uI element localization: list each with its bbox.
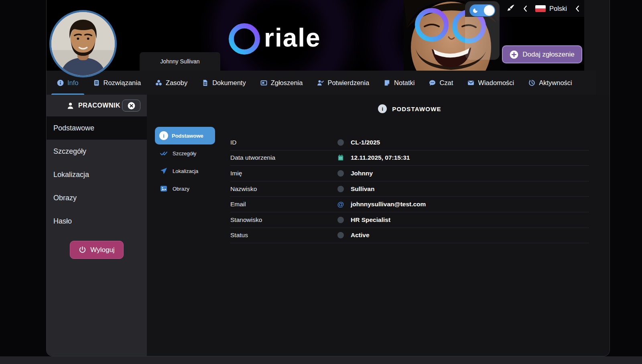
field-value: 12.11.2025, 07:15:31: [351, 154, 410, 161]
main-tabbar: Info Rozwiązania Zasoby Dokumenty Zgłosz…: [47, 71, 596, 95]
sidebar-item-label: Podstawowe: [53, 124, 94, 132]
app-window: riale: [46, 0, 610, 356]
info-icon: [57, 79, 64, 86]
tab-label: Notatki: [394, 79, 414, 87]
tab-label: Aktywności: [539, 79, 572, 87]
subnav-label: Szczegóły: [173, 150, 196, 157]
table-row: Stanowisko HR Specialist: [230, 212, 589, 228]
tab-resources[interactable]: Zasoby: [155, 71, 187, 95]
tab-solutions[interactable]: Rozwiązania: [93, 71, 141, 95]
subnav-item-lokalizacja[interactable]: Lokalizacja: [155, 162, 215, 180]
section-header: i PODSTAWOWE: [230, 104, 589, 113]
field-value: johnnysullivan@test.com: [351, 201, 426, 208]
table-row: Status Active: [230, 228, 589, 244]
file-lines-icon: [202, 79, 209, 86]
subnav-label: Obrazy: [173, 186, 189, 192]
user-name: Johnny Sullivan: [160, 58, 199, 65]
poland-flag-icon: [535, 5, 546, 12]
chevron-left-icon[interactable]: [523, 5, 527, 12]
field-value: Active: [351, 232, 370, 239]
table-row: Data utworzenia 12.11.2025, 07:15:31: [230, 150, 589, 166]
envelope-icon: [467, 79, 474, 86]
tab-label: Czat: [439, 79, 453, 87]
sidebar-item-label: Obrazy: [53, 194, 77, 202]
sidebar-item-obrazy[interactable]: Obrazy: [47, 186, 147, 209]
moon-icon: [472, 7, 479, 14]
user-name-box: Johnny Sullivan: [140, 52, 220, 71]
dark-mode-toggle[interactable]: [469, 4, 495, 16]
dot-icon: [335, 232, 346, 238]
double-check-icon: [160, 150, 167, 157]
tab-notes[interactable]: Notatki: [384, 71, 414, 95]
sidebar-header: PRACOWNIK: [47, 95, 147, 116]
add-request-label: Dodaj zgłoszenie: [522, 51, 574, 59]
avatar-photo: [51, 12, 115, 75]
at-icon: @: [335, 201, 346, 208]
plus-circle-icon: [510, 50, 518, 59]
power-icon: [79, 246, 86, 254]
user-check-icon: [317, 79, 324, 86]
logo-o-ring: [228, 22, 261, 55]
details-table: ID CL-1/2025 Data utworzenia 12.11.2025,…: [230, 135, 589, 243]
sticky-note-icon: [384, 79, 390, 86]
history-icon: [528, 79, 535, 86]
field-label: Imię: [230, 170, 335, 177]
subnav-item-szczegoly[interactable]: Szczegóły: [155, 144, 215, 162]
tab-label: Potwierdzenia: [327, 79, 369, 87]
chat-bubble-icon: [429, 79, 436, 86]
dot-icon: [335, 170, 346, 177]
tab-messages[interactable]: Wiadomości: [467, 71, 514, 95]
chevron-left-icon[interactable]: [575, 5, 579, 12]
field-label: Nazwisko: [230, 185, 335, 193]
calendar-icon: [335, 155, 346, 161]
subnav-label: Podstawowe: [172, 133, 203, 139]
close-button[interactable]: [122, 100, 140, 112]
cubes-icon: [155, 79, 162, 86]
sidebar-item-szczegoly[interactable]: Szczegóły: [47, 140, 147, 163]
tab-label: Zasoby: [166, 79, 187, 87]
dot-icon: [335, 186, 346, 192]
dot-icon: [335, 217, 346, 223]
subnav-item-obrazy[interactable]: Obrazy: [155, 180, 215, 197]
field-label: ID: [230, 139, 335, 146]
tab-confirmations[interactable]: Potwierdzenia: [317, 71, 369, 95]
tab-activities[interactable]: Aktywności: [528, 71, 572, 95]
logout-button[interactable]: Wyloguj: [70, 241, 124, 259]
sidebar-item-haslo[interactable]: Hasło: [47, 209, 147, 233]
tab-requests[interactable]: Zgłoszenia: [260, 71, 303, 95]
close-icon: [128, 102, 135, 110]
sidebar: PRACOWNIK Podstawowe Szczegóły Lokalizac…: [47, 95, 147, 356]
tab-documents[interactable]: Dokumenty: [202, 71, 246, 95]
main-panel: i PODSTAWOWE i Podstawowe Szczegóły Loka…: [147, 95, 610, 356]
field-label: Stanowisko: [230, 216, 335, 224]
oriale-logo: riale: [228, 22, 321, 55]
journal-icon: [93, 79, 100, 86]
logo-text: riale: [264, 25, 321, 53]
tab-label: Zgłoszenia: [271, 79, 303, 87]
paintbrush-icon[interactable]: [506, 4, 515, 13]
dot-icon: [335, 139, 346, 146]
avatar[interactable]: [49, 10, 117, 77]
field-value: HR Specialist: [351, 216, 390, 224]
tab-label: Wiadomości: [478, 79, 514, 87]
subnav: i Podstawowe Szczegóły Lokalizacja Obraz…: [155, 127, 215, 197]
sidebar-title: PRACOWNIK: [78, 102, 120, 109]
sidebar-item-lokalizacja[interactable]: Lokalizacja: [47, 163, 147, 186]
table-row: ID CL-1/2025: [230, 135, 589, 150]
field-value: Johnny: [351, 170, 373, 177]
info-icon: i: [159, 131, 168, 140]
tab-label: Dokumenty: [212, 79, 246, 87]
tab-chat[interactable]: Czat: [429, 71, 453, 95]
field-label: Data utworzenia: [230, 154, 335, 161]
subnav-item-podstawowe[interactable]: i Podstawowe: [155, 127, 215, 144]
language-selector[interactable]: Polski: [535, 5, 567, 12]
language-label: Polski: [549, 5, 567, 12]
table-row: Imię Johnny: [230, 166, 589, 181]
person-icon: [67, 102, 74, 110]
add-request-button[interactable]: Dodaj zgłoszenie: [502, 45, 582, 63]
sidebar-item-podstawowe[interactable]: Podstawowe: [47, 116, 147, 140]
table-row: Email @ johnnysullivan@test.com: [230, 197, 589, 212]
tab-label: Rozwiązania: [104, 79, 141, 87]
subnav-label: Lokalizacja: [173, 168, 198, 174]
image-icon: [160, 185, 167, 192]
